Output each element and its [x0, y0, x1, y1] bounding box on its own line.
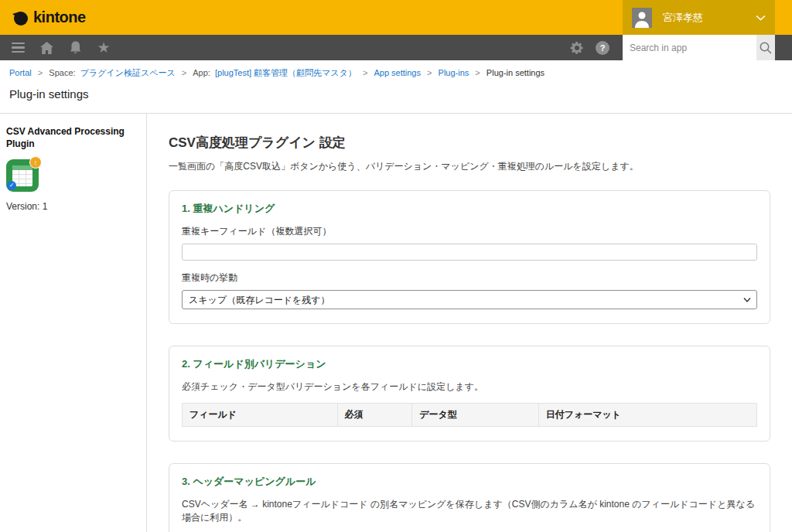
breadcrumb-space[interactable]: プラグイン検証スペース: [80, 68, 176, 77]
search-input[interactable]: [623, 35, 756, 60]
plugin-sidebar: CSV Advanced Processing Plugin ↑ ✓ Versi…: [0, 114, 147, 532]
plugin-name: CSV Advanced Processing Plugin: [6, 125, 138, 150]
duplicate-behavior-select-wrap: スキップ（既存レコードを残す）: [182, 290, 757, 309]
plugin-version: Version: 1: [6, 201, 138, 212]
section-field-validation: 2. フィールド別バリデーション 必須チェック・データ型バリデーションを各フィー…: [169, 346, 770, 442]
home-icon[interactable]: [38, 39, 55, 56]
duplicate-behavior-select[interactable]: スキップ（既存レコードを残す）: [182, 290, 757, 309]
person-icon: [632, 8, 652, 28]
avatar: [632, 8, 652, 28]
user-menu[interactable]: 宮澤孝慈: [623, 0, 775, 35]
validation-table-header-row: フィールド 必須 データ型 日付フォーマット: [183, 404, 757, 427]
breadcrumb-separator: >: [427, 68, 432, 77]
breadcrumb-space-prefix: Space:: [49, 68, 75, 77]
bell-glyph: [69, 40, 82, 55]
duplicate-behavior-label: 重複時の挙動: [182, 271, 757, 285]
breadcrumb-app-settings[interactable]: App settings: [374, 68, 421, 77]
search-button[interactable]: [756, 35, 775, 60]
help-icon[interactable]: ?: [596, 41, 609, 55]
section2-description: 必須チェック・データ型バリデーションを各フィールドに設定します。: [182, 380, 757, 394]
section3-heading: 3. ヘッダーマッピングルール: [182, 475, 757, 489]
app-search: [623, 35, 775, 60]
breadcrumb-separator: >: [363, 68, 367, 77]
nav-tools: ?: [568, 35, 609, 60]
breadcrumb-separator: >: [38, 68, 43, 77]
hamburger-menu-icon[interactable]: [9, 39, 26, 56]
section1-heading: 1. 重複ハンドリング: [182, 202, 757, 216]
breadcrumb-app-prefix: App:: [193, 68, 210, 77]
page-title: Plug-in settings: [0, 80, 792, 113]
section-header-mapping: 3. ヘッダーマッピングルール CSVヘッダー名 → kintoneフィールドコ…: [169, 463, 770, 532]
favorites-star-icon[interactable]: ★: [95, 39, 112, 56]
plugin-settings-main: CSV高度処理プラグイン 設定 一覧画面の「高度CSV取込」ボタンから使う、バリ…: [147, 114, 792, 532]
plugin-icon: ↑ ✓: [6, 159, 39, 192]
kintone-logo-text: kintone: [33, 9, 86, 26]
breadcrumb-current: Plug-in settings: [486, 68, 544, 77]
breadcrumb-plugins[interactable]: Plug-ins: [439, 68, 469, 77]
gear-glyph: [569, 40, 585, 56]
breadcrumb-separator: >: [182, 68, 186, 77]
app-header: kintone 宮澤孝慈: [0, 0, 792, 35]
duplicate-key-field-label: 重複キーフィールド（複数選択可）: [182, 225, 757, 238]
chevron-down-icon: [756, 15, 766, 21]
star-glyph: ★: [97, 40, 110, 55]
breadcrumb-portal[interactable]: Portal: [9, 68, 32, 77]
column-header-data-type: データ型: [412, 404, 538, 427]
nav-bar: ★ ?: [0, 35, 792, 60]
column-header-field: フィールド: [183, 404, 338, 427]
upload-arrow-badge-icon: ↑: [29, 156, 42, 169]
column-header-date-format: 日付フォーマット: [538, 404, 756, 427]
kintone-logo[interactable]: kintone: [11, 9, 86, 27]
section-duplicate-handling: 1. 重複ハンドリング 重複キーフィールド（複数選択可） 重複時の挙動 スキップ…: [169, 190, 770, 324]
notifications-bell-icon[interactable]: [67, 39, 84, 56]
search-icon: [759, 41, 773, 55]
settings-title: CSV高度処理プラグイン 設定: [169, 134, 770, 152]
validation-table: フィールド 必須 データ型 日付フォーマット: [182, 403, 757, 427]
duplicate-key-field-input[interactable]: [182, 244, 757, 261]
content: CSV Advanced Processing Plugin ↑ ✓ Versi…: [0, 114, 792, 532]
check-badge-icon: ✓: [7, 181, 16, 190]
section3-description: CSVヘッダー名 → kintoneフィールドコード の別名マッピングを保存しま…: [182, 498, 757, 524]
settings-description: 一覧画面の「高度CSV取込」ボタンから使う、バリデーション・マッピング・重複処理…: [169, 160, 770, 173]
breadcrumb-separator: >: [475, 68, 480, 77]
user-name: 宮澤孝慈: [663, 11, 756, 25]
section2-heading: 2. フィールド別バリデーション: [182, 357, 757, 371]
column-header-required: 必須: [337, 404, 412, 427]
kintone-bird-icon: [11, 9, 29, 27]
breadcrumb: Portal > Space: プラグイン検証スペース > App: [plug…: [0, 60, 792, 80]
settings-gear-icon[interactable]: [568, 39, 585, 56]
breadcrumb-app[interactable]: [plugTest] 顧客管理（顧問先マスタ）: [215, 68, 357, 77]
hamburger-bars: [12, 43, 25, 53]
home-glyph: [39, 41, 54, 55]
